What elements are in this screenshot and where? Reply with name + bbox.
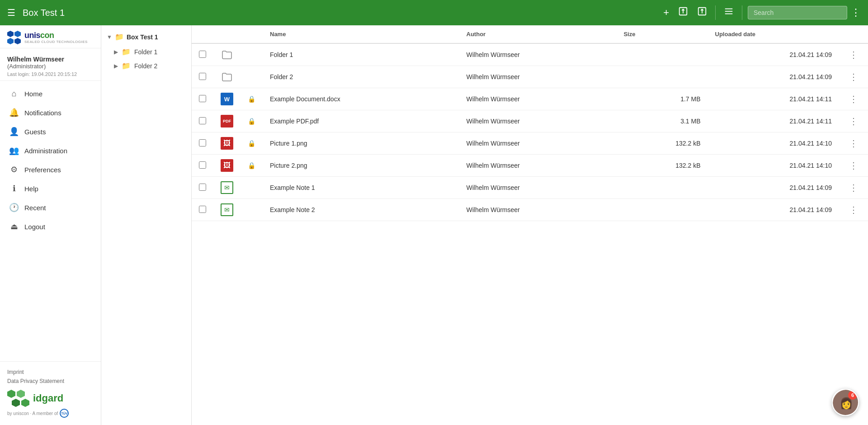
cell-lock: 🔒 [241,88,263,110]
cell-menu[interactable]: ⋮ [839,132,868,155]
cell-icon: 🖼 [213,132,241,155]
row-checkbox-4[interactable] [199,117,206,124]
cell-date: 21.04.21 14:09 [708,66,839,88]
logo-hex-3 [7,38,14,44]
row-menu-button[interactable]: ⋮ [846,181,861,194]
sidebar-item-help[interactable]: ℹ Help [0,179,101,198]
topbar-more-button[interactable]: ⋮ [851,7,861,19]
table-row[interactable]: Folder 2 Wilhelm Würmseer 21.04.21 14:09… [192,66,868,88]
sidebar-item-guests[interactable]: 👤 Guests [0,122,101,141]
table-row[interactable]: ✉ Example Note 2 Wilhelm Würmseer 21.04.… [192,199,868,221]
share-button[interactable] [694,5,710,21]
sidebar-item-home-label: Home [24,90,42,98]
content-area: ▼ 📁 Box Test 1 ▶ 📁 Folder 1 ▶ 📁 Folder 2 [101,25,868,425]
upload-button[interactable] [675,5,691,21]
cell-author: Wilhelm Würmseer [459,132,617,155]
tree-item-folder1[interactable]: ▶ 📁 Folder 1 [101,45,191,59]
cell-checkbox[interactable] [192,132,213,155]
cell-menu[interactable]: ⋮ [839,43,868,66]
row-checkbox-7[interactable] [199,184,206,191]
sidebar-item-administration[interactable]: 👥 Administration [0,141,101,160]
sidebar-item-logout[interactable]: ⏏ Logout [0,217,101,236]
cell-checkbox[interactable] [192,110,213,132]
sidebar: uniscon SEALED CLOUD TECHNOLOGIES Wilhel… [0,25,101,425]
cell-checkbox[interactable] [192,177,213,199]
cell-menu[interactable]: ⋮ [839,110,868,132]
idgard-hex-4 [21,399,29,407]
main-layout: uniscon SEALED CLOUD TECHNOLOGIES Wilhel… [0,25,868,425]
preferences-icon: ⚙ [9,165,19,175]
row-menu-button[interactable]: ⋮ [846,48,861,61]
cell-name: Example Document.docx [263,88,459,110]
table-row[interactable]: 🖼 🔒 Picture 1.png Wilhelm Würmseer 132.2… [192,132,868,155]
row-menu-button[interactable]: ⋮ [846,203,861,216]
sidebar-item-recent[interactable]: 🕐 Recent [0,198,101,217]
cell-name: Picture 2.png [263,155,459,177]
row-checkbox-6[interactable] [199,161,206,169]
cell-lock [241,43,263,66]
list-view-button[interactable] [721,5,736,21]
cell-size: 3.1 MB [616,110,708,132]
image-icon: 🖼 [221,137,233,150]
cell-menu[interactable]: ⋮ [839,177,868,199]
cell-size [616,43,708,66]
cell-author: Wilhelm Würmseer [459,155,617,177]
cell-checkbox[interactable] [192,66,213,88]
tree-item-folder2[interactable]: ▶ 📁 Folder 2 [101,59,191,73]
add-button[interactable]: + [660,5,672,20]
search-input[interactable] [748,6,847,19]
sidebar-item-preferences-label: Preferences [24,166,61,174]
table-row[interactable]: PDF 🔒 Example PDF.pdf Wilhelm Würmseer 3… [192,110,868,132]
cell-checkbox[interactable] [192,88,213,110]
sidebar-nav: ⌂ Home 🔔 Notifications 👤 Guests 👥 Admini… [0,81,101,361]
sidebar-lastlogin: Last login: 19.04.2021 20:15:12 [7,71,94,77]
cell-checkbox[interactable] [192,155,213,177]
cell-menu[interactable]: ⋮ [839,199,868,221]
cell-checkbox[interactable] [192,199,213,221]
cell-lock [241,66,263,88]
row-checkbox-1[interactable] [199,51,206,58]
table-row[interactable]: Folder 1 Wilhelm Würmseer 21.04.21 14:09… [192,43,868,66]
idgard-hex-1 [7,390,15,398]
cell-size: 132.2 kB [616,132,708,155]
row-menu-button[interactable]: ⋮ [846,71,861,83]
table-row[interactable]: ✉ Example Note 1 Wilhelm Würmseer 21.04.… [192,177,868,199]
row-menu-button[interactable]: ⋮ [846,93,861,105]
chat-widget[interactable]: 👩 6 [832,389,859,416]
table-row[interactable]: W 🔒 Example Document.docx Wilhelm Würmse… [192,88,868,110]
sidebar-footer: Imprint Data Privacy Statement id [0,361,101,425]
cell-menu[interactable]: ⋮ [839,155,868,177]
sidebar-item-administration-label: Administration [24,147,67,155]
col-name-header: Name [263,25,459,43]
guests-icon: 👤 [9,127,19,137]
cell-author: Wilhelm Würmseer [459,110,617,132]
row-menu-button[interactable]: ⋮ [846,115,861,128]
privacy-link[interactable]: Data Privacy Statement [7,378,94,384]
logo-hex-2 [14,31,21,37]
cell-menu[interactable]: ⋮ [839,88,868,110]
cell-date: 21.04.21 14:10 [708,132,839,155]
idgard-hexagons [7,390,29,407]
row-menu-button[interactable]: ⋮ [846,159,861,172]
cell-size [616,177,708,199]
row-checkbox-5[interactable] [199,139,206,146]
table-row[interactable]: 🖼 🔒 Picture 2.png Wilhelm Würmseer 132.2… [192,155,868,177]
sidebar-user: Wilhelm Würmseer (Administrator) Last lo… [0,48,101,81]
sidebar-item-preferences[interactable]: ⚙ Preferences [0,160,101,179]
row-checkbox-8[interactable] [199,206,206,213]
note-icon: ✉ [221,181,233,194]
menu-icon[interactable]: ☰ [7,7,15,18]
cell-checkbox[interactable] [192,43,213,66]
sidebar-logo: uniscon SEALED CLOUD TECHNOLOGIES [0,25,101,48]
cell-lock [241,199,263,221]
row-checkbox-2[interactable] [199,73,206,80]
cell-menu[interactable]: ⋮ [839,66,868,88]
cell-name: Example Note 2 [263,199,459,221]
sidebar-item-notifications[interactable]: 🔔 Notifications [0,103,101,122]
tree-root[interactable]: ▼ 📁 Box Test 1 [101,29,191,45]
imprint-link[interactable]: Imprint [7,369,94,375]
row-checkbox-3[interactable] [199,95,206,102]
folder-icon [221,48,233,61]
row-menu-button[interactable]: ⋮ [846,137,861,150]
sidebar-item-home[interactable]: ⌂ Home [0,85,101,103]
